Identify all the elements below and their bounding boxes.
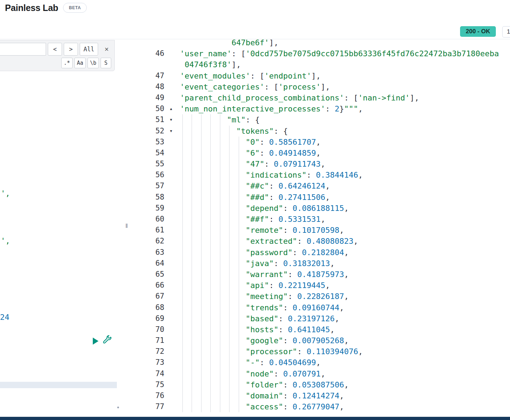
- indent-guide: [220, 346, 220, 357]
- code-line: 64"java": 0.31832013,: [133, 258, 510, 269]
- indent-guide: [182, 313, 183, 324]
- code-line: 57"##c": 0.64246124,: [133, 180, 510, 191]
- line-number: 76: [133, 390, 166, 401]
- find-next-button[interactable]: >: [64, 43, 78, 56]
- indent-guide: [192, 126, 192, 137]
- panel-resizer[interactable]: ‖: [123, 39, 133, 417]
- indent-guide: [220, 269, 220, 280]
- indent-guide: [229, 159, 230, 169]
- indent-guide: [239, 346, 239, 357]
- indent-guide: [182, 346, 183, 357]
- code-line: 60"##f": 0.5331531,: [133, 214, 510, 225]
- indent-guide: [239, 302, 239, 313]
- code-line: 63"password": 0.2182804,: [133, 247, 510, 258]
- case-sensitive-toggle[interactable]: Aa: [74, 58, 86, 68]
- page-title: Painless Lab: [5, 3, 58, 13]
- indent-guide: [210, 169, 211, 180]
- line-number: 51: [133, 114, 166, 125]
- indent-guide: [229, 180, 230, 191]
- code-content: "based": 0.23197126,: [176, 313, 510, 324]
- indent-guide: [239, 368, 239, 379]
- code-content: "depend": 0.086188115,: [176, 203, 510, 214]
- line-number: 58: [133, 192, 166, 203]
- indent-guide: [239, 148, 239, 159]
- indent-guide: [201, 169, 202, 180]
- find-all-button[interactable]: All: [80, 43, 98, 56]
- code-line: 50▴'num_non_interactive_processes': 2}""…: [133, 103, 510, 114]
- indent-guide: [192, 159, 192, 169]
- indent-guide: [210, 148, 211, 159]
- indent-guide: [201, 291, 202, 302]
- indent-guide: [182, 302, 183, 313]
- find-previous-button[interactable]: <: [48, 43, 62, 56]
- fold-toggle-icon[interactable]: ▾: [166, 114, 176, 125]
- indent-guide: [182, 390, 183, 401]
- search-in-selection-toggle[interactable]: S: [101, 58, 111, 68]
- code-content: "remote": 0.10170598,: [176, 225, 510, 236]
- line-number: 57: [133, 180, 166, 191]
- indent-guide: [210, 368, 211, 379]
- indent-guide: [239, 335, 239, 346]
- fold-spacer: [166, 324, 176, 335]
- indent-guide: [201, 401, 202, 412]
- indent-guide: [210, 390, 211, 401]
- code-line: 73"-": 0.04504699,: [133, 357, 510, 368]
- indent-guide: [220, 379, 220, 390]
- code-content: "meeting": 0.22826187,: [176, 291, 510, 302]
- indent-guide: [229, 401, 230, 412]
- indent-guide: [210, 324, 211, 335]
- indent-guide: [210, 114, 211, 125]
- indent-guide: [229, 368, 230, 379]
- run-button[interactable]: [93, 337, 101, 345]
- code-content: 'user_name': ['0dcd757be7075d9cc0715bb63…: [176, 48, 510, 59]
- fold-spacer: [166, 335, 176, 346]
- wrench-icon[interactable]: [102, 334, 113, 346]
- indent-guide: [229, 346, 230, 357]
- code-fragment: ',: [1, 189, 10, 199]
- code-content: 04746f3f8'],: [176, 59, 510, 70]
- line-number: [133, 39, 166, 48]
- line-number: 56: [133, 169, 166, 180]
- whole-word-toggle[interactable]: \b: [87, 58, 99, 68]
- indent-guide: [220, 357, 220, 368]
- code-line: 53"0": 0.58561707,: [133, 137, 510, 148]
- code-content: 'parent_child_process_combinations': ['n…: [176, 92, 510, 103]
- indent-guide: [201, 302, 202, 313]
- fold-toggle-icon[interactable]: ▾: [166, 126, 176, 137]
- indent-guide: [210, 126, 211, 137]
- close-search-icon[interactable]: ×: [101, 43, 112, 56]
- indent-guide: [229, 247, 230, 258]
- indent-guide: [201, 236, 202, 247]
- indent-guide: [229, 236, 230, 247]
- indent-guide: [220, 291, 220, 302]
- code-line: 56"indications": 0.3844146,: [133, 169, 510, 180]
- indent-guide: [182, 137, 183, 148]
- indent-guide: [182, 280, 183, 291]
- indent-guide: [182, 203, 183, 214]
- code-content: "processor": 0.110394076,: [176, 346, 510, 357]
- regex-toggle[interactable]: .*: [61, 58, 73, 68]
- line-number: 59: [133, 203, 166, 214]
- indent-guide: [229, 137, 230, 148]
- fold-spacer: [166, 148, 176, 159]
- indent-guide: [192, 313, 192, 324]
- indent-guide: [201, 346, 202, 357]
- fold-spacer: [166, 214, 176, 225]
- code-line: 68"trends": 0.09160744,: [133, 302, 510, 313]
- fold-toggle-icon[interactable]: ▴: [166, 103, 176, 114]
- code-editor-panel[interactable]: < > All × .* Aa \b S ', ', 24: [0, 39, 123, 417]
- output-panel[interactable]: 647be6f'],46'user_name': ['0dcd757be7075…: [133, 39, 510, 417]
- fold-spacer: [166, 346, 176, 357]
- indent-guide: [201, 280, 202, 291]
- indent-guide: [182, 126, 183, 137]
- indent-guide: [201, 159, 202, 169]
- indent-guide: [210, 180, 211, 191]
- code-content: 647be6f'],: [176, 39, 510, 48]
- indent-guide: [182, 258, 183, 269]
- search-input[interactable]: [0, 43, 46, 56]
- code-content: "password": 0.2182804,: [176, 247, 510, 258]
- code-line: 58"##d": 0.27411506,: [133, 192, 510, 203]
- indent-guide: [239, 247, 239, 258]
- indent-guide: [229, 169, 230, 180]
- code-content: "-": 0.04504699,: [176, 357, 510, 368]
